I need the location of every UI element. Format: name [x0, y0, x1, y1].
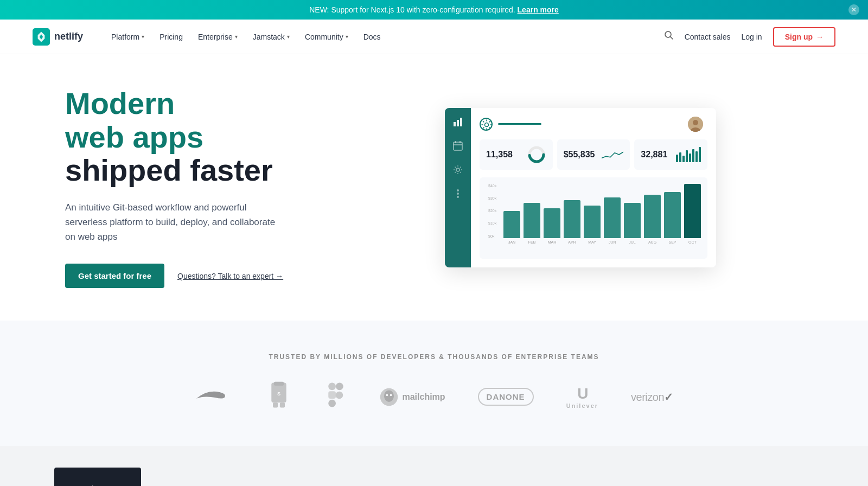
nav-platform[interactable]: Platform ▾ [105, 28, 151, 46]
announcement-banner: NEW: Support for Next.js 10 with zero-co… [0, 0, 868, 20]
x-axis-labels: JAN FEB MAR APR MAY JUN JUL AUG SEP OCT [503, 240, 701, 244]
nav-enterprise[interactable]: Enterprise ▾ [192, 28, 244, 46]
get-started-button[interactable]: Get started for free [65, 264, 164, 288]
sidebar-icon-more [452, 188, 463, 201]
stat-card-2: $55,835 [557, 139, 630, 170]
bottom-preview-section: Netlify makes CI/CD, deployment and scal… [0, 446, 868, 486]
mockup-gear-icon [480, 118, 493, 131]
chevron-down-icon: ▾ [287, 34, 290, 40]
chevron-down-icon: ▾ [142, 34, 144, 40]
main-nav: netlify Platform ▾ Pricing Enterprise ▾ … [0, 20, 868, 54]
nav-pricing[interactable]: Pricing [153, 28, 189, 46]
hero-description: An intuitive Git-based workflow and powe… [65, 200, 282, 245]
mini-bar-item [699, 147, 701, 162]
bar-feb [524, 203, 540, 238]
mockup-avatar [688, 117, 703, 132]
bar-oct [684, 184, 701, 238]
mini-bar-item [692, 149, 694, 162]
svg-text:S: S [277, 391, 280, 397]
nav-docs[interactable]: Docs [357, 28, 387, 46]
stat-card-1: 11,358 [480, 139, 553, 170]
banner-close-button[interactable]: ✕ [848, 4, 859, 15]
svg-point-33 [390, 394, 392, 396]
sparkline-chart-icon [602, 147, 623, 162]
svg-rect-5 [460, 118, 462, 126]
hero-illustration: 11,358 $55,835 [358, 108, 803, 267]
shopify-logo: S [265, 380, 292, 413]
logo-link[interactable]: netlify [33, 28, 83, 46]
svg-rect-23 [280, 403, 285, 408]
svg-rect-21 [274, 382, 284, 386]
svg-point-31 [384, 390, 394, 402]
banner-link[interactable]: Learn more [518, 5, 559, 14]
nav-links: Platform ▾ Pricing Enterprise ▾ Jamstack… [105, 28, 664, 46]
stat-value-1: 11,358 [486, 150, 513, 159]
dashboard-mockup: 11,358 $55,835 [445, 108, 716, 267]
figma-logo [325, 380, 347, 413]
mockup-main: 11,358 $55,835 [471, 108, 716, 267]
talk-to-expert-link[interactable]: Questions? Talk to an expert → [177, 272, 283, 280]
hero-title-line2: web apps [65, 120, 203, 154]
svg-rect-29 [329, 400, 336, 407]
svg-point-14 [485, 123, 489, 126]
nav-jamstack[interactable]: Jamstack ▾ [246, 28, 296, 46]
sidebar-icon-settings [452, 164, 463, 177]
nike-logo [195, 385, 233, 410]
donut-chart-icon [527, 145, 546, 164]
stat-value-3: 32,881 [641, 150, 667, 159]
svg-point-12 [457, 193, 459, 195]
bar-aug [644, 195, 661, 238]
svg-rect-3 [454, 122, 456, 126]
mini-bar-item [695, 151, 698, 162]
hero-cta: Get started for free Questions? Talk to … [65, 264, 326, 288]
hero-title-line1: Modern [65, 86, 175, 120]
stat-card-3: 32,881 [634, 139, 707, 170]
mailchimp-logo: mailchimp [379, 387, 445, 407]
login-link[interactable]: Log in [742, 33, 762, 41]
unilever-logo: U Unilever [566, 385, 598, 409]
search-button[interactable] [664, 30, 674, 43]
video-thumbnail[interactable] [54, 468, 141, 486]
sidebar-icon-charts [452, 117, 463, 130]
chevron-down-icon: ▾ [235, 34, 238, 40]
svg-point-28 [336, 392, 343, 399]
mini-bar-item [682, 156, 685, 162]
mini-bar-item [689, 154, 691, 162]
bar-mar [544, 208, 560, 238]
trusted-title: TRUSTED BY MILLIONS OF DEVELOPERS & THOU… [54, 353, 814, 361]
mini-bar-item [679, 152, 681, 162]
svg-point-11 [457, 189, 459, 191]
y-axis-labels: $40k $30k $20k $10k $0k [488, 184, 496, 238]
chevron-down-icon: ▾ [346, 34, 348, 40]
mini-bar-chart [676, 147, 701, 162]
contact-sales-link[interactable]: Contact sales [685, 33, 731, 41]
nav-actions: Contact sales Log in Sign up → [664, 27, 835, 47]
verizon-logo: verizon✓ [631, 391, 673, 404]
danone-logo: DANONE [478, 388, 534, 406]
svg-point-16 [693, 120, 698, 125]
signup-button[interactable]: Sign up → [773, 27, 835, 47]
logo-text: netlify [54, 31, 83, 42]
svg-line-2 [670, 37, 673, 40]
bar-jul [624, 203, 641, 238]
hero-title-line3: shipped faster [65, 153, 273, 187]
svg-point-10 [456, 168, 459, 171]
nav-community[interactable]: Community ▾ [298, 28, 355, 46]
svg-rect-22 [273, 403, 278, 408]
mini-bar-item [686, 150, 688, 162]
bar-may [584, 206, 601, 238]
hero-section: Modern web apps shipped faster An intuit… [0, 54, 868, 321]
svg-point-13 [457, 196, 459, 198]
mockup-header [480, 117, 707, 132]
svg-rect-26 [336, 383, 343, 391]
arrow-icon: → [816, 33, 824, 41]
svg-rect-4 [457, 120, 459, 126]
svg-rect-25 [329, 383, 336, 391]
svg-rect-6 [454, 142, 462, 150]
netlify-logo-icon [33, 28, 50, 46]
mini-bar-item [676, 155, 678, 162]
stat-value-2: $55,835 [564, 150, 595, 159]
banner-text: NEW: Support for Next.js 10 with zero-co… [309, 5, 515, 14]
mockup-sidebar [445, 108, 471, 267]
stats-row: 11,358 $55,835 [480, 139, 707, 170]
